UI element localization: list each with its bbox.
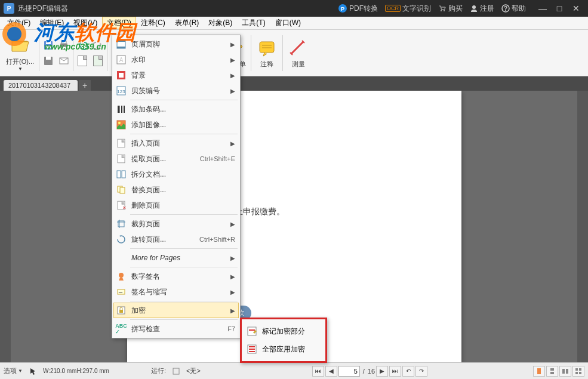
menu-document[interactable]: 文档(D) xyxy=(102,17,136,29)
svg-point-51 xyxy=(119,273,124,278)
save-as-button[interactable] xyxy=(41,54,56,68)
mark-encrypt-icon xyxy=(245,325,258,337)
menu-bates[interactable]: 123贝茨编号▶ xyxy=(113,83,239,98)
menu-view[interactable]: 视图(V) xyxy=(69,17,102,29)
view-continuous-button[interactable] xyxy=(546,366,558,377)
menu-apply-encrypt[interactable]: 全部应用加密 xyxy=(244,341,323,358)
new-page-button[interactable] xyxy=(75,54,90,68)
signature-icon xyxy=(115,270,128,282)
menu-window[interactable]: 窗口(W) xyxy=(270,17,306,29)
first-page-button[interactable]: ⏮ xyxy=(312,366,324,377)
svg-rect-70 xyxy=(579,368,581,371)
menubar: 文件(F) 编辑(E) 视图(V) 文档(D) 注释(C) 表单(R) 对象(B… xyxy=(0,17,588,30)
folder-open-icon xyxy=(10,35,31,56)
menu-extract-page[interactable]: 提取页面...Ctrl+Shift+E xyxy=(113,151,239,167)
menu-object[interactable]: 对象(B) xyxy=(204,17,237,29)
menu-encrypt[interactable]: 加密▶ xyxy=(113,303,239,318)
run-icon-button[interactable] xyxy=(172,367,180,375)
menu-image[interactable]: 添加图像... xyxy=(113,117,239,133)
menu-file[interactable]: 文件(F) xyxy=(2,17,35,29)
view-facing-cont-button[interactable] xyxy=(572,366,584,377)
svg-rect-69 xyxy=(575,368,578,371)
run-value: <无> xyxy=(186,366,201,375)
menu-header-footer[interactable]: 页眉页脚▶ xyxy=(113,36,239,52)
svg-rect-58 xyxy=(249,346,255,347)
svg-rect-45 xyxy=(122,171,125,178)
register-button[interactable]: 注册 xyxy=(470,4,494,14)
menu-background[interactable]: 背景▶ xyxy=(113,67,239,83)
svg-text:123: 123 xyxy=(117,89,125,94)
svg-rect-44 xyxy=(117,171,121,178)
sign-initial-icon xyxy=(115,286,128,298)
menu-insert-page[interactable]: 插入页面▶ xyxy=(113,135,239,151)
view-single-button[interactable] xyxy=(533,366,545,377)
menu-edit[interactable]: 编辑(E) xyxy=(35,17,69,29)
menu-delete-page[interactable]: ✕删除页面 xyxy=(113,198,239,213)
document-tab[interactable]: 20170103143208437 xyxy=(4,80,78,91)
menu-form[interactable]: 表单(R) xyxy=(170,17,204,29)
svg-point-4 xyxy=(472,5,476,9)
chevron-right-icon: ▶ xyxy=(230,289,235,295)
minimize-button[interactable]: — xyxy=(534,2,551,14)
help-button[interactable]: ? 帮助 xyxy=(501,4,526,14)
next-page-button[interactable]: ▶ xyxy=(376,366,388,377)
chevron-right-icon: ▶ xyxy=(230,57,235,63)
menu-spellcheck[interactable]: ABC✓拼写检查F7 xyxy=(113,321,239,337)
menu-more-pages[interactable]: More for Pages▶ xyxy=(113,250,239,266)
menu-barcode[interactable]: 添加条码... xyxy=(113,101,239,117)
email-button[interactable] xyxy=(56,54,72,68)
floppy-alt-icon xyxy=(43,56,54,66)
cart-icon xyxy=(438,4,447,13)
menu-signature[interactable]: 数字签名▶ xyxy=(113,269,239,284)
svg-point-43 xyxy=(118,122,121,124)
document-menu-dropdown: 页眉页脚▶ A水印▶ 背景▶ 123贝茨编号▶ 添加条码... 添加图像... … xyxy=(112,35,241,338)
svg-rect-72 xyxy=(579,372,581,374)
menu-tools[interactable]: 工具(T) xyxy=(237,17,270,29)
menu-rotate-page[interactable]: 旋转页面...Ctrl+Shift+R xyxy=(113,232,239,247)
chevron-right-icon: ▶ xyxy=(230,273,235,280)
header-footer-icon xyxy=(115,38,128,50)
buy-button[interactable]: 购买 xyxy=(438,4,463,14)
annotate-button[interactable]: 注释 xyxy=(253,36,281,70)
menu-sign-initial[interactable]: 签名与缩写▶ xyxy=(113,284,239,300)
page-total: 16 xyxy=(368,368,375,375)
site-watermark-url: www.pc0359.cn xyxy=(44,42,106,51)
last-page-button[interactable]: ⏭ xyxy=(389,366,401,377)
help-icon: ? xyxy=(501,4,510,13)
mail-icon xyxy=(59,56,69,66)
view-facing-button[interactable] xyxy=(559,366,571,377)
toolbar: 打开(O)...▼ − + − + T 编辑内容 T+ 添加文本 xyxy=(0,30,588,76)
svg-rect-31 xyxy=(117,47,125,48)
menu-mark-encrypt[interactable]: 标记加密部分 xyxy=(244,323,323,340)
svg-text:?: ? xyxy=(504,5,507,12)
right-ruler xyxy=(577,91,588,362)
close-button[interactable]: ✕ xyxy=(568,2,584,14)
measure-button[interactable]: 测量 xyxy=(284,36,313,70)
svg-rect-40 xyxy=(121,106,122,113)
svg-rect-67 xyxy=(562,369,565,374)
pdf-convert-button[interactable]: P PDF转换 xyxy=(338,4,378,14)
extract-page-icon xyxy=(115,153,128,165)
menu-watermark[interactable]: A水印▶ xyxy=(113,52,239,67)
page-number-input[interactable] xyxy=(338,366,360,377)
nav-back-button[interactable]: ↶ xyxy=(402,366,414,377)
options-button[interactable]: 选项▼ xyxy=(4,366,23,375)
rotate-icon xyxy=(115,233,128,245)
svg-text:P: P xyxy=(341,6,344,12)
nav-fwd-button[interactable]: ↷ xyxy=(415,366,427,377)
menu-comment[interactable]: 注释(C) xyxy=(136,17,170,29)
menu-crop-page[interactable]: 裁剪页面▶ xyxy=(113,216,239,232)
svg-rect-38 xyxy=(118,106,119,113)
page-alt-button[interactable] xyxy=(90,54,106,68)
encrypt-submenu: 标记加密部分 全部应用加密 xyxy=(240,318,327,363)
ocr-button[interactable]: OCR 文字识别 xyxy=(385,4,431,14)
menu-split[interactable]: 拆分文档... xyxy=(113,167,239,182)
prev-page-button[interactable]: ◀ xyxy=(325,366,337,377)
maximize-button[interactable]: □ xyxy=(551,2,568,14)
add-tab-button[interactable]: + xyxy=(79,80,91,91)
svg-rect-26 xyxy=(260,42,274,53)
menu-replace-page[interactable]: 替换页面... xyxy=(113,182,239,198)
app-icon: P xyxy=(4,3,14,14)
open-button[interactable]: 打开(O)...▼ xyxy=(2,33,38,73)
cursor-tool[interactable] xyxy=(29,367,37,375)
